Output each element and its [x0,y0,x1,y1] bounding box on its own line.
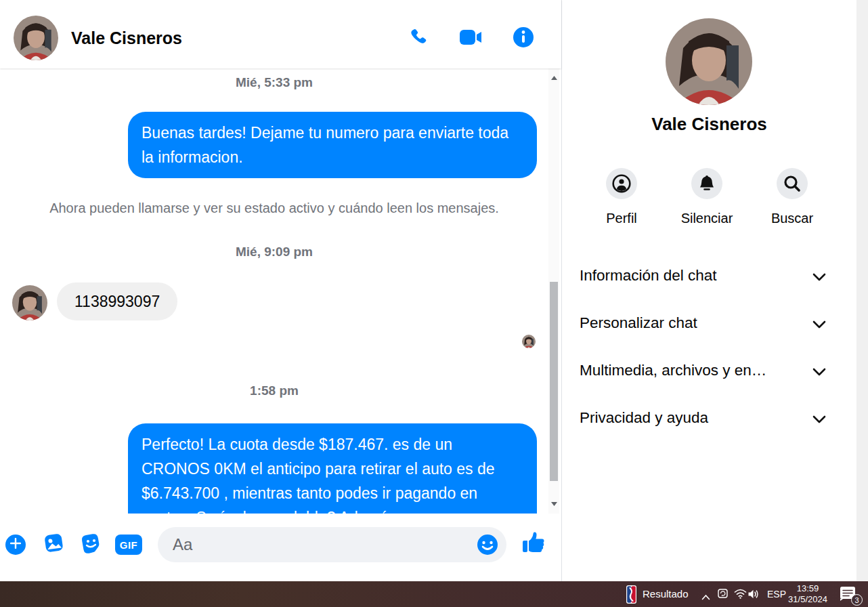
taskbar-clock[interactable]: 13:59 31/5/2024 [785,583,830,605]
message-input[interactable]: Aa [158,527,506,562]
message-list[interactable]: Mié, 5:33 pm Buenas tardes! Dejame tu nu… [0,68,548,514]
photo-icon [41,531,66,558]
taskbar-app-label[interactable]: Resultado [643,581,689,607]
search-action-button[interactable]: Buscar [758,168,826,226]
emoji-smiley-icon [477,546,498,558]
show-hidden-icons-chevron[interactable] [701,591,710,603]
message-composer: GIF Aa [0,514,561,581]
chat-scrollbar[interactable] [548,68,559,514]
thumbs-up-icon [520,528,547,558]
conversation-details-panel: Vale Cisneros Perfil Silenciar Buscar [562,0,856,581]
notification-count-badge: 3 [851,594,863,606]
attach-sticker-button[interactable] [79,532,103,557]
section-chat-info[interactable]: Información del chat [562,258,846,293]
info-icon [513,26,534,51]
window-scrollbar[interactable] [856,0,868,581]
nba-app-icon[interactable] [626,585,636,606]
message-input-placeholder: Aa [173,527,192,562]
phone-icon [408,27,429,50]
messenger-window: Vale Cisneros Mié [0,0,868,607]
timestamp-label: Mié, 5:33 pm [0,75,548,90]
windows-taskbar: Resultado ESP 13:59 31/5/2024 3 [0,581,868,607]
sender-avatar[interactable] [12,285,47,320]
bell-icon [691,168,722,199]
received-message-bubble[interactable]: 1138993097 [57,282,177,320]
profile-name: Vale Cisneros [562,114,856,135]
conversation-info-button[interactable] [511,26,536,51]
wifi-icon[interactable] [734,589,747,602]
chat-scrollbar-thumb[interactable] [550,282,558,481]
sent-message-bubble[interactable]: Buenas tardes! Dejame tu numero para env… [128,112,537,178]
plus-icon [10,538,21,551]
scroll-up-arrow-icon[interactable] [548,72,559,83]
profile-action-label: Perfil [588,211,655,226]
timestamp-label: Mié, 9:09 pm [0,245,548,259]
system-message: Ahora pueden llamarse y ver su estado ac… [0,201,548,216]
chevron-down-icon [812,272,826,284]
choose-emoji-button[interactable] [477,534,498,556]
action-center-button[interactable]: 3 [840,586,857,602]
search-action-label: Buscar [758,211,826,226]
profile-avatar-large[interactable] [666,18,752,105]
contact-avatar[interactable] [14,16,58,60]
send-like-button[interactable] [519,528,548,558]
seen-receipt-avatar [522,335,536,348]
chevron-down-icon [812,319,826,331]
attach-photo-button[interactable] [41,532,66,557]
chevron-down-icon [812,367,826,379]
messenger-app: Vale Cisneros Mié [0,0,868,581]
language-indicator[interactable]: ESP [767,581,786,607]
search-icon [777,168,808,199]
profile-action-button[interactable]: Perfil [588,168,655,226]
timestamp-label: 1:58 pm [0,383,548,398]
chevron-down-icon [812,414,826,426]
mute-action-label: Silenciar [673,211,741,226]
voice-call-button[interactable] [406,26,431,51]
section-privacy-help[interactable]: Privacidad y ayuda [562,400,846,436]
taskbar-time: 13:59 [785,583,830,594]
chat-header: Vale Cisneros [0,0,561,68]
open-more-actions-button[interactable] [5,535,26,555]
gif-icon: GIF [120,539,138,551]
sticker-icon [79,532,102,558]
cast-device-icon[interactable] [716,588,729,602]
attach-gif-button[interactable]: GIF [115,535,142,555]
section-customize-chat[interactable]: Personalizar chat [562,306,846,341]
sent-message-bubble[interactable]: Perfecto! La cuota desde $187.467. es de… [128,423,537,514]
taskbar-date: 31/5/2024 [785,594,830,605]
scroll-down-arrow-icon[interactable] [548,499,559,509]
contact-name[interactable]: Vale Cisneros [71,28,182,48]
mute-action-button[interactable]: Silenciar [673,168,741,226]
volume-icon[interactable] [747,589,760,602]
section-media-files[interactable]: Multimedia, archivos y en… [562,353,846,388]
profile-icon [606,168,637,199]
video-call-button[interactable] [458,26,483,51]
chat-panel: Vale Cisneros Mié [0,0,561,581]
video-camera-icon [459,28,482,49]
